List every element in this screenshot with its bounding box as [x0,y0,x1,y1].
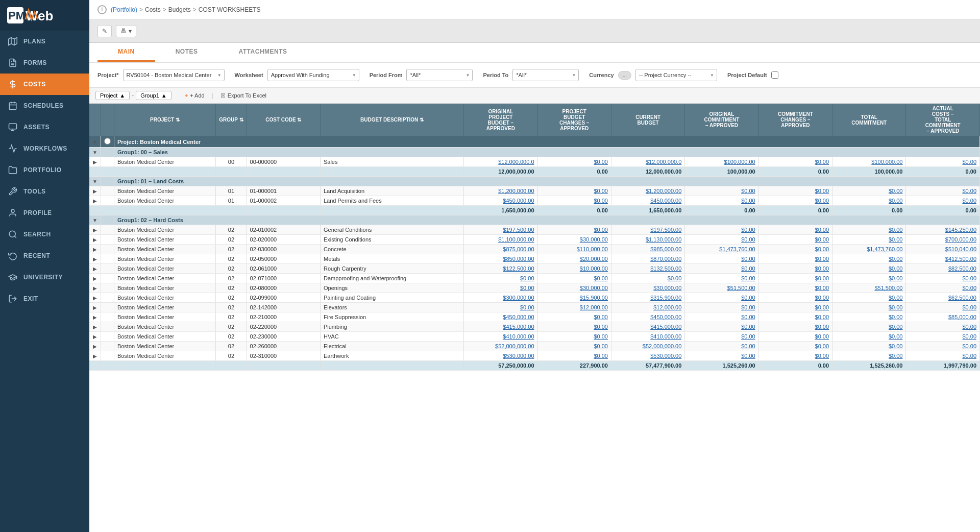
sidebar-item-exit[interactable]: EXIT [0,288,89,309]
worksheet-select[interactable]: Approved With Funding [267,69,359,81]
expand-cell[interactable]: ▶ [89,264,101,274]
sidebar-item-forms[interactable]: FORMS [0,52,89,74]
col-cost-code[interactable]: COST CODE ⇅ [247,104,320,136]
commit-changes-cell[interactable]: $0.00 [758,322,832,332]
proj-changes-cell[interactable]: $110,000.00 [537,245,611,254]
commit-changes-cell[interactable]: $0.00 [758,157,832,167]
total-commit-cell[interactable]: $0.00 [832,322,906,332]
orig-commit-cell[interactable]: $0.00 [685,312,758,322]
total-commit-cell[interactable]: $0.00 [832,196,906,206]
project-select[interactable]: RV50104 - Boston Medical Center [123,69,225,81]
orig-commit-cell[interactable]: $0.00 [685,342,758,351]
total-commit-cell[interactable]: $0.00 [832,274,906,283]
orig-budget-cell[interactable]: $1,200,000.00 [464,186,537,196]
commit-changes-cell[interactable]: $0.00 [758,254,832,264]
proj-changes-cell[interactable]: $30,000.00 [537,235,611,245]
row-radio[interactable] [104,138,111,144]
sidebar-item-assets[interactable]: ASSETS [0,116,89,138]
total-commit-cell[interactable]: $0.00 [832,332,906,342]
total-commit-cell[interactable]: $0.00 [832,186,906,196]
expand-cell[interactable]: ▶ [89,322,101,332]
sidebar-item-search[interactable]: SEARCH [0,224,89,245]
proj-changes-cell[interactable]: $0.00 [537,225,611,235]
curr-budget-cell[interactable]: $197,500.00 [611,225,684,235]
orig-budget-cell[interactable]: $450,000.00 [464,196,537,206]
total-commit-cell[interactable]: $0.00 [832,312,906,322]
actual-cell[interactable]: $0.00 [906,303,980,312]
col-budget-desc[interactable]: BUDGET DESCRIPTION ⇅ [320,104,463,136]
expand-cell[interactable]: ▼ [89,215,101,225]
group1-button[interactable]: Group1 ▲ [136,91,172,100]
expand-cell[interactable]: ▶ [89,312,101,322]
curr-budget-cell[interactable]: $450,000.00 [611,312,684,322]
expand-cell[interactable]: ▼ [89,136,101,148]
sidebar-item-university[interactable]: UNIVERSITY [0,267,89,288]
col-group[interactable]: GROUP ⇅ [216,104,247,136]
actual-cell[interactable]: $0.00 [906,157,980,167]
orig-budget-cell[interactable]: $410,000.00 [464,332,537,342]
orig-commit-cell[interactable]: $0.00 [685,303,758,312]
curr-budget-cell[interactable]: $870,000.00 [611,254,684,264]
tab-notes[interactable]: NOTES [155,43,218,62]
actual-cell[interactable]: $0.00 [906,322,980,332]
curr-budget-cell[interactable]: $1,200,000.00 [611,186,684,196]
orig-budget-cell[interactable]: $0.00 [464,283,537,293]
total-commit-cell[interactable]: $0.00 [832,351,906,361]
period-from-select[interactable]: *All* [406,69,473,81]
expand-cell[interactable]: ▶ [89,342,101,351]
curr-budget-cell[interactable]: $985,000.00 [611,245,684,254]
tab-main[interactable]: MAIN [97,43,155,62]
curr-budget-cell[interactable]: $132,500.00 [611,264,684,274]
actual-cell[interactable]: $700,000.00 [906,235,980,245]
commit-changes-cell[interactable]: $0.00 [758,351,832,361]
expand-cell[interactable]: ▶ [89,196,101,206]
proj-changes-cell[interactable]: $0.00 [537,332,611,342]
commit-changes-cell[interactable]: $0.00 [758,342,832,351]
orig-budget-cell[interactable]: $122,500.00 [464,264,537,274]
period-to-select[interactable]: *All* [512,69,579,81]
curr-budget-cell[interactable]: $450,000.00 [611,196,684,206]
edit-button[interactable]: ✎ [97,25,112,37]
orig-commit-cell[interactable]: $0.00 [685,225,758,235]
commit-changes-cell[interactable]: $0.00 [758,303,832,312]
col-project[interactable]: PROJECT ⇅ [114,104,215,136]
curr-budget-cell[interactable]: $530,000.00 [611,351,684,361]
info-icon[interactable]: i [97,5,107,14]
orig-commit-cell[interactable]: $0.00 [685,274,758,283]
budget-desc-sort-icon[interactable]: ⇅ [420,117,424,123]
curr-budget-cell[interactable]: $12,000.00 [611,303,684,312]
orig-commit-cell[interactable]: $0.00 [685,293,758,303]
project-sort-icon[interactable]: ⇅ [176,117,180,123]
proj-changes-cell[interactable]: $0.00 [537,274,611,283]
orig-commit-cell[interactable]: $0.00 [685,235,758,245]
proj-changes-cell[interactable]: $0.00 [537,322,611,332]
orig-commit-cell[interactable]: $100,000.00 [685,157,758,167]
actual-cell[interactable]: $0.00 [906,274,980,283]
orig-budget-cell[interactable]: $530,000.00 [464,351,537,361]
orig-commit-cell[interactable]: $0.00 [685,264,758,274]
proj-changes-cell[interactable]: $15,900.00 [537,293,611,303]
sidebar-item-costs[interactable]: COSTS [0,74,89,95]
total-commit-cell[interactable]: $0.00 [832,303,906,312]
add-button[interactable]: + + Add [182,91,208,100]
commit-changes-cell[interactable]: $0.00 [758,293,832,303]
proj-changes-cell[interactable]: $12,000.00 [537,303,611,312]
currency-dots-button[interactable]: ... [618,71,631,80]
commit-changes-cell[interactable]: $0.00 [758,245,832,254]
proj-changes-cell[interactable]: $0.00 [537,351,611,361]
total-commit-cell[interactable]: $0.00 [832,342,906,351]
curr-budget-cell[interactable]: $415,000.00 [611,322,684,332]
commit-changes-cell[interactable]: $0.00 [758,312,832,322]
expand-cell[interactable]: ▼ [89,177,101,186]
actual-cell[interactable]: $412,500.00 [906,254,980,264]
total-commit-cell[interactable]: $0.00 [832,264,906,274]
curr-budget-cell[interactable]: $52,000,000.00 [611,342,684,351]
curr-budget-cell[interactable]: $1,130,000.00 [611,235,684,245]
commit-changes-cell[interactable]: $0.00 [758,264,832,274]
actual-cell[interactable]: $85,000.00 [906,312,980,322]
sidebar-item-tools[interactable]: TOOLS [0,181,89,202]
actual-cell[interactable]: $0.00 [906,186,980,196]
group-sort-icon[interactable]: ⇅ [239,117,243,123]
actual-cell[interactable]: $0.00 [906,351,980,361]
actual-cell[interactable]: $510,040.00 [906,245,980,254]
